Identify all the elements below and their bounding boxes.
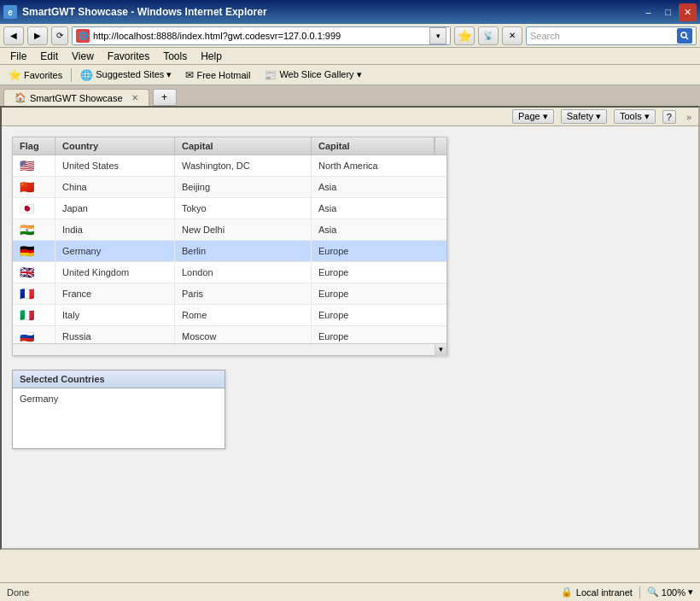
- stop-button[interactable]: ✕: [502, 26, 522, 45]
- cell-flag: 🇺🇸: [13, 155, 55, 176]
- news-icon: 📰: [264, 69, 277, 81]
- zoom-icon: 🔍: [647, 586, 659, 598]
- fav-favorites[interactable]: ⭐ Favorites: [3, 67, 67, 83]
- selected-panel-body: Germany: [13, 388, 225, 448]
- cell-capital: Beijing: [175, 177, 312, 197]
- cell-country: Germany: [55, 241, 175, 261]
- grid-body: 🇺🇸 United States Washington, DC North Am…: [13, 155, 446, 343]
- tab-bar: 🏠 SmartGWT Showcase ✕ +: [0, 85, 700, 106]
- address-input-wrap[interactable]: 🌐 http://localhost:8888/index.html?gwt.c…: [72, 26, 451, 45]
- header-region[interactable]: Capital: [312, 137, 435, 155]
- cell-flag: 🇯🇵: [13, 198, 55, 219]
- grid-scroll-area[interactable]: ▼: [13, 343, 446, 355]
- table-row[interactable]: 🇮🇹 Italy Rome Europe: [13, 305, 446, 326]
- menu-tools[interactable]: Tools: [156, 49, 194, 64]
- header-capital[interactable]: Capital: [175, 137, 312, 155]
- fav-webslice-label: Web Slice Gallery ▾: [279, 69, 361, 80]
- cell-country: Italy: [55, 305, 175, 325]
- new-tab-button[interactable]: +: [153, 89, 177, 106]
- search-button[interactable]: [677, 28, 692, 44]
- cell-flag: 🇷🇺: [13, 326, 55, 343]
- cell-country: Japan: [55, 198, 175, 219]
- cell-capital: Rome: [175, 305, 312, 325]
- title-bar-left: e SmartGWT Showcase - Windows Internet E…: [3, 5, 267, 19]
- page-button[interactable]: Page ▾: [512, 109, 554, 124]
- safety-button[interactable]: Safety ▾: [561, 109, 607, 124]
- minimize-button[interactable]: –: [639, 3, 657, 21]
- zoom-dropdown[interactable]: ▾: [688, 586, 693, 598]
- title-bar-controls: – □ ✕: [639, 3, 697, 21]
- table-row[interactable]: 🇫🇷 France Paris Europe: [13, 283, 446, 305]
- header-flag[interactable]: Flag: [13, 137, 55, 155]
- toolbar-area: Page ▾ Safety ▾ Tools ▾ ? »: [2, 108, 698, 126]
- fav-hotmail-label: Free Hotmail: [196, 70, 250, 80]
- cell-region: Europe: [312, 305, 446, 325]
- cell-country: France: [55, 283, 175, 304]
- grid-container: Flag Country Capital Capital 🇺🇸 United S…: [12, 137, 447, 356]
- cell-capital: Berlin: [175, 241, 312, 261]
- cell-flag: 🇨🇳: [13, 177, 55, 197]
- table-row[interactable]: 🇨🇳 China Beijing Asia: [13, 177, 446, 198]
- cell-country: India: [55, 219, 175, 240]
- cell-region: Asia: [312, 219, 446, 240]
- back-button[interactable]: ◀: [3, 26, 24, 45]
- cell-region: Asia: [312, 177, 446, 197]
- tab-smartgwt[interactable]: 🏠 SmartGWT Showcase ✕: [3, 89, 149, 106]
- cell-capital: Tokyo: [175, 198, 312, 219]
- tools-button[interactable]: Tools ▾: [614, 109, 656, 124]
- close-button[interactable]: ✕: [679, 3, 697, 21]
- search-box-wrap[interactable]: Search: [526, 26, 697, 45]
- go-button[interactable]: ▾: [429, 27, 446, 44]
- tab-icon: 🏠: [15, 92, 26, 103]
- cell-flag: 🇫🇷: [13, 283, 55, 304]
- ie-icon: e: [3, 5, 17, 19]
- menu-view[interactable]: View: [65, 49, 101, 64]
- cell-flag: 🇮🇳: [13, 219, 55, 240]
- cell-region: North America: [312, 155, 446, 176]
- browser-content: Page ▾ Safety ▾ Tools ▾ ? » Flag Country…: [0, 106, 700, 550]
- zone-icon: 🔒: [561, 586, 573, 598]
- cell-flag: 🇬🇧: [13, 262, 55, 283]
- content-area: Flag Country Capital Capital 🇺🇸 United S…: [2, 126, 698, 550]
- grid-scroll-down[interactable]: ▼: [435, 344, 446, 356]
- add-to-favorites-button[interactable]: ⭐: [454, 26, 475, 45]
- address-bar: ◀ ▶ ⟳ 🌐 http://localhost:8888/index.html…: [0, 24, 700, 48]
- table-row[interactable]: 🇮🇳 India New Delhi Asia: [13, 219, 446, 241]
- tab-label: SmartGWT Showcase: [30, 93, 123, 103]
- table-row[interactable]: 🇩🇪 Germany Berlin Europe: [13, 241, 446, 262]
- toolbar-expand-button[interactable]: »: [683, 112, 695, 122]
- status-bar: Done 🔒 Local intranet 🔍 100% ▾: [0, 582, 700, 601]
- menu-favorites[interactable]: Favorites: [101, 49, 156, 64]
- menu-help[interactable]: Help: [194, 49, 229, 64]
- table-row[interactable]: 🇷🇺 Russia Moscow Europe: [13, 326, 446, 343]
- selected-country-text: Germany: [20, 394, 58, 404]
- fav-hotmail[interactable]: ✉ Free Hotmail: [180, 67, 255, 83]
- cell-capital: Moscow: [175, 326, 312, 343]
- feeds-button[interactable]: 📡: [478, 26, 499, 45]
- menu-edit[interactable]: Edit: [33, 49, 65, 64]
- header-country[interactable]: Country: [55, 137, 175, 155]
- status-right: 🔒 Local intranet 🔍 100% ▾: [561, 586, 693, 598]
- help-button[interactable]: ?: [662, 110, 676, 124]
- fav-suggested-sites[interactable]: 🌐 Suggested Sites ▾: [75, 67, 177, 83]
- cell-flag: 🇩🇪: [13, 241, 55, 261]
- forward-button[interactable]: ▶: [27, 26, 48, 45]
- table-row[interactable]: 🇯🇵 Japan Tokyo Asia: [13, 198, 446, 219]
- refresh-button[interactable]: ⟳: [51, 26, 68, 45]
- menu-bar: File Edit View Favorites Tools Help: [0, 48, 700, 65]
- status-zoom: 🔍 100% ▾: [647, 586, 693, 598]
- cell-capital: London: [175, 262, 312, 283]
- address-text: http://localhost:8888/index.html?gwt.cod…: [93, 31, 426, 41]
- cell-country: Russia: [55, 326, 175, 343]
- menu-file[interactable]: File: [3, 49, 33, 64]
- fav-web-slice[interactable]: 📰 Web Slice Gallery ▾: [259, 67, 366, 83]
- table-row[interactable]: 🇬🇧 United Kingdom London Europe: [13, 262, 446, 283]
- tab-close-icon[interactable]: ✕: [131, 93, 138, 102]
- cell-country: United States: [55, 155, 175, 176]
- page-icon: 🌐: [76, 29, 90, 43]
- svg-point-0: [681, 32, 686, 38]
- maximize-button[interactable]: □: [659, 3, 677, 21]
- table-row[interactable]: 🇺🇸 United States Washington, DC North Am…: [13, 155, 446, 177]
- cell-region: Europe: [312, 326, 446, 343]
- favorites-bar: ⭐ Favorites 🌐 Suggested Sites ▾ ✉ Free H…: [0, 65, 700, 85]
